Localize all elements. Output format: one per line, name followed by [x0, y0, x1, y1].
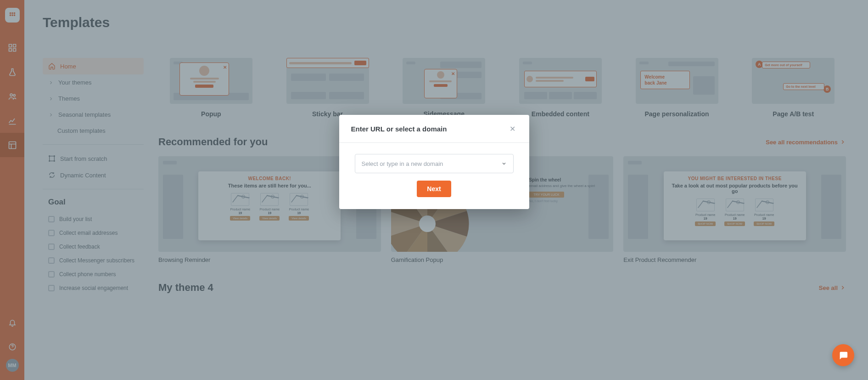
domain-select[interactable]: Select or type in a new domain — [355, 154, 514, 173]
chat-button[interactable] — [832, 344, 854, 366]
domain-modal: Enter URL or select a domain ✕ Select or… — [339, 115, 529, 209]
close-icon[interactable]: ✕ — [508, 124, 517, 133]
chat-icon — [838, 350, 848, 360]
domain-select-placeholder: Select or type in a new domain — [362, 160, 443, 167]
chevron-down-icon — [501, 161, 507, 166]
modal-overlay[interactable]: Enter URL or select a domain ✕ Select or… — [0, 0, 868, 380]
modal-title: Enter URL or select a domain — [351, 125, 447, 133]
next-button[interactable]: Next — [417, 181, 451, 197]
